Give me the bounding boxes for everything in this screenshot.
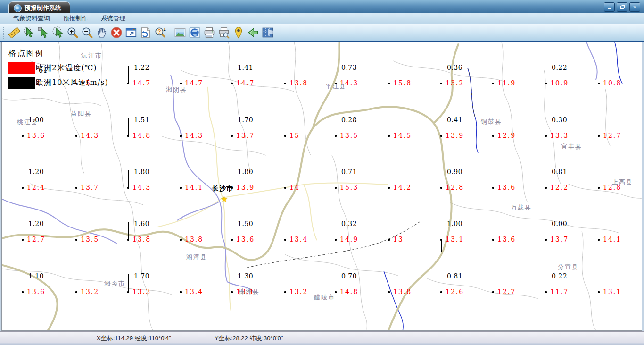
maximize-button[interactable]: [617, 2, 627, 12]
window-bottom-edge: [0, 343, 644, 345]
wind-speed-value: 1.20: [28, 168, 44, 176]
grid-point-dot: [440, 239, 442, 241]
grid-point-dot: [440, 291, 442, 293]
menu-forecast-production[interactable]: 预报制作: [57, 13, 94, 24]
grid-legend: 格点图例 欧洲2米温度(℃) 欧洲10米风速(m/s): [8, 49, 108, 92]
window-controls: ✕: [604, 2, 640, 12]
pan-hand-icon: [96, 26, 108, 39]
status-x-coordinate: X坐标:114.29 经度:110°0'4": [97, 334, 171, 343]
wind-speed-value: 1.30: [238, 272, 253, 280]
grid-point-dot: [22, 239, 24, 241]
temperature-value: 13.3: [550, 132, 569, 139]
menu-bar: 气象资料查询 预报制作 系统管理: [0, 13, 644, 24]
grid-point-dot: [388, 135, 390, 137]
temperature-value: 14.1: [603, 236, 621, 243]
grid-point-dot: [492, 291, 494, 293]
grid-point-dot: [180, 239, 182, 241]
legend-item-temperature: 欧洲2米温度(℃): [8, 62, 108, 74]
minimize-button[interactable]: [604, 2, 615, 12]
back-button[interactable]: [246, 25, 260, 40]
grid-point-dot: [388, 187, 390, 189]
grid-point-dot: [22, 187, 24, 189]
window-title: 预报制作系统: [25, 4, 61, 12]
temperature-value: 14.3: [81, 132, 99, 139]
temperature-value: 13.2: [446, 79, 464, 87]
locate-pin-button[interactable]: [231, 25, 246, 40]
grid-point-dot: [545, 291, 547, 293]
export-window-button[interactable]: [124, 25, 138, 40]
map-canvas[interactable]: 151.2214.714.71.4114.713.80.7314.315.80.…: [1, 42, 642, 331]
zoom-in-button[interactable]: [65, 25, 80, 40]
grid-point-dot: [492, 187, 494, 189]
temperature-value: 11.9: [497, 79, 516, 87]
temperature-value: 13.1: [446, 236, 464, 243]
temperature-value: 12.7: [497, 288, 516, 295]
wind-staff: [128, 274, 129, 291]
zoom-out-button[interactable]: [80, 25, 94, 40]
temperature-value: 13.4: [185, 288, 203, 295]
svg-text:±: ±: [163, 26, 165, 31]
temperature-value: 14.5: [393, 132, 412, 139]
grid-point-dot: [440, 187, 442, 189]
close-button[interactable]: ✕: [629, 2, 640, 12]
wind-staff: [128, 222, 129, 239]
window-title-tab[interactable]: 预报制作系统: [8, 1, 70, 14]
svg-text:?: ?: [157, 28, 161, 35]
wind-speed-value: 1.10: [28, 272, 44, 280]
wind-speed-value: 1.50: [238, 220, 253, 227]
wind-staff: [128, 66, 129, 83]
zoom-in-icon: [66, 26, 79, 39]
wind-speed-value: 1.41: [238, 64, 253, 71]
wind-staff: [232, 66, 232, 83]
legend-label-temperature: 欧洲2米温度(℃): [36, 63, 97, 73]
wind-speed-value: 1.80: [238, 168, 253, 176]
clear-button[interactable]: [109, 25, 124, 40]
menu-system-management[interactable]: 系统管理: [94, 13, 132, 24]
select-box-cursor-icon: [37, 26, 50, 39]
grid-point-dot: [335, 187, 337, 189]
temperature-value: 13.9: [446, 132, 464, 139]
temperature-value: 13.7: [236, 132, 255, 139]
toolbar-gripper[interactable]: [3, 26, 5, 39]
grid-point-dot: [335, 239, 337, 241]
print-preview-button[interactable]: [216, 25, 231, 40]
grid-point-dot: [598, 291, 600, 293]
temperature-value: 15.8: [393, 79, 412, 87]
wind-speed-value: 1.70: [238, 116, 253, 124]
wind-staff: [128, 170, 129, 187]
temperature-value: 12.7: [603, 132, 621, 139]
print-button[interactable]: [202, 25, 216, 40]
basemap-globe-button[interactable]: [187, 25, 202, 40]
insert-image-button[interactable]: [173, 25, 187, 40]
temperature-value: 14.3: [132, 184, 151, 191]
legend-label-windspeed: 欧洲10米风速(m/s): [36, 78, 108, 88]
wind-staff: [441, 241, 442, 252]
legend-swatch-windspeed: [8, 77, 35, 89]
menu-weather-data-query[interactable]: 气象资料查询: [7, 13, 57, 24]
grid-select-button[interactable]: [260, 25, 275, 40]
refresh-button[interactable]: [138, 25, 153, 40]
grid-point-dot: [127, 291, 129, 293]
select-box-button[interactable]: [36, 25, 50, 40]
temperature-value: 14.3: [185, 132, 203, 139]
county-label: 铜鼓县: [481, 118, 502, 126]
identify-help-button[interactable]: ? ±: [153, 25, 167, 40]
temperature-value: 15: [289, 132, 300, 139]
temperature-value: 14.1: [185, 184, 203, 191]
pan-button[interactable]: [94, 25, 109, 40]
temperature-value: 13: [393, 236, 404, 243]
city-label: 长沙市: [212, 185, 233, 193]
temperature-value: 13.2: [289, 288, 308, 295]
app-globe-icon: [14, 4, 22, 12]
temperature-value: 12.7: [27, 236, 45, 243]
toolbar-separator: [170, 26, 170, 39]
temperature-value: 13.5: [81, 236, 99, 243]
measure-tool-button[interactable]: [7, 25, 21, 40]
temperature-value: 13.5: [340, 132, 358, 139]
select-lasso-button[interactable]: [50, 25, 65, 40]
legend-swatch-temperature: [8, 62, 35, 74]
select-feature-button[interactable]: [21, 25, 36, 40]
grid-point-dot: [284, 187, 286, 189]
back-arrow-icon: [247, 26, 259, 39]
temperature-value: 13.8: [393, 288, 412, 295]
